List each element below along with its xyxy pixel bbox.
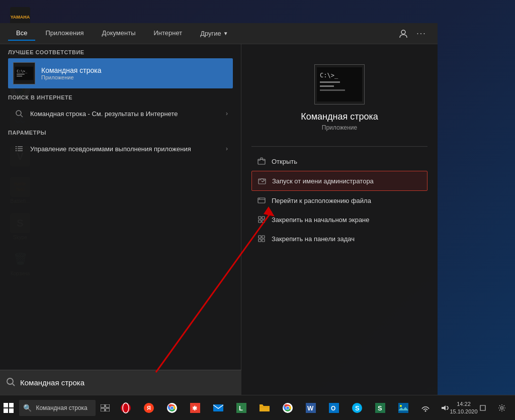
notification-icon[interactable] [474, 397, 492, 419]
svg-rect-30 [259, 239, 261, 242]
internet-section-header: Поиск в Интернете [8, 94, 233, 100]
best-match-header: Лучшее соответствие [8, 49, 233, 55]
search-bar-icon [6, 377, 15, 388]
action-pin-taskbar[interactable]: Закрепить на панели задач [251, 229, 427, 248]
start-menu: Все Приложения Документы Интернет Другие… [0, 23, 438, 395]
pin-start-icon [256, 215, 267, 225]
internet-search-item[interactable]: Командная строка - См. результаты в Инте… [8, 103, 233, 124]
svg-rect-43 [106, 408, 110, 411]
taskbar-app-opera[interactable] [115, 397, 137, 419]
svg-rect-19 [320, 85, 334, 87]
taskbar-app-yandex[interactable]: Я [138, 397, 160, 419]
taskbar-app-photos[interactable] [392, 397, 414, 419]
svg-text:W: W [307, 404, 314, 412]
app-preview: C:\>_ Командная строка Приложение [251, 54, 427, 141]
svg-rect-6 [17, 74, 25, 75]
svg-line-33 [13, 384, 15, 386]
svg-rect-10 [16, 146, 17, 147]
taskbar-app-chrome[interactable] [161, 397, 183, 419]
start-menu-tabs: Все Приложения Документы Интернет Другие… [0, 23, 438, 44]
settings-section-header: Параметры [8, 130, 233, 136]
start-menu-body: Лучшее соответствие C:\>_ Командная стр [0, 44, 438, 395]
svg-rect-28 [259, 236, 261, 238]
tab-apps[interactable]: Приложения [37, 26, 92, 41]
action-pin-start[interactable]: Закрепить на начальном экране [251, 210, 427, 229]
open-icon [256, 156, 267, 166]
svg-rect-14 [16, 150, 17, 151]
tab-other-dropdown[interactable]: Другие ▼ [192, 27, 236, 40]
search-bar[interactable]: Командная строка [0, 370, 241, 395]
svg-rect-7 [17, 76, 22, 77]
svg-rect-31 [262, 239, 265, 242]
taskbar-search-text: Командная строка [36, 404, 87, 411]
settings-list-icon [13, 143, 25, 155]
taskbar-app-outlook[interactable]: O [323, 397, 345, 419]
action-list: Открыть Запуск от имени администратора [251, 152, 427, 248]
tab-web[interactable]: Интернет [145, 26, 190, 41]
svg-point-44 [121, 403, 131, 413]
svg-point-32 [7, 378, 13, 384]
task-view-button[interactable] [98, 395, 113, 421]
svg-point-3 [401, 30, 405, 34]
taskbar-search-box[interactable]: 🔍 Командная строка [19, 400, 95, 416]
taskbar-app-misc2[interactable]: S [369, 397, 391, 419]
settings-icon[interactable] [493, 397, 511, 419]
best-match-item[interactable]: C:\>_ Командная строка Приложение [8, 58, 233, 88]
more-options-icon[interactable]: ··· [413, 26, 430, 42]
svg-text:✱: ✱ [192, 405, 197, 412]
taskbar-app-misc1[interactable]: ✱ [184, 397, 206, 419]
svg-point-50 [170, 406, 174, 409]
action-pin-start-label: Закрепить на начальном экране [272, 216, 370, 224]
taskbar-app-mail[interactable] [207, 397, 229, 419]
svg-rect-12 [16, 148, 17, 149]
settings-item-text: Управление псевдонимами выполнения прило… [30, 145, 226, 153]
svg-rect-18 [320, 81, 340, 83]
svg-point-69 [425, 410, 426, 411]
svg-text:L: L [239, 404, 243, 412]
taskbar-search-icon: 🔍 [19, 404, 36, 412]
pin-taskbar-icon [256, 234, 267, 244]
best-match-name: Командная строка [41, 66, 101, 74]
svg-rect-25 [262, 217, 265, 219]
svg-text:S: S [378, 404, 382, 412]
taskbar-app-chrome2[interactable] [277, 397, 299, 419]
start-button[interactable] [0, 395, 17, 421]
clock[interactable]: 14:22 15.10.2020 [455, 397, 473, 419]
action-open-location-label: Перейти к расположению файла [272, 197, 371, 204]
taskbar-apps: Я ✱ [113, 397, 416, 419]
svg-point-58 [286, 406, 289, 409]
app-preview-icon: C:\>_ [314, 64, 365, 104]
search-account-icon[interactable] [395, 26, 411, 42]
best-match-section: Лучшее соответствие C:\>_ Командная стр [0, 44, 241, 91]
action-open[interactable]: Открыть [251, 152, 427, 171]
action-pin-taskbar-label: Закрепить на панели задач [272, 235, 355, 243]
desktop: YAMAHA THR Re... 🎵 REAPER [0, 0, 515, 420]
svg-text:C:\>_: C:\>_ [17, 69, 28, 73]
action-open-location[interactable]: Перейти к расположению файла [251, 191, 427, 210]
cmd-icon-large: C:\>_ [13, 62, 35, 84]
tab-docs[interactable]: Документы [94, 26, 143, 41]
svg-line-9 [21, 115, 23, 117]
internet-item-text: Командная строка - См. результаты в Инте… [30, 110, 226, 118]
preview-app-type: Приложение [322, 124, 357, 131]
svg-rect-38 [4, 408, 8, 413]
taskbar: 🔍 Командная строка [0, 395, 515, 420]
svg-rect-27 [262, 220, 265, 223]
settings-aliases-item[interactable]: Управление псевдонимами выполнения прило… [8, 139, 233, 159]
svg-rect-26 [259, 220, 261, 223]
svg-rect-53 [213, 404, 223, 411]
internet-section: Поиск в Интернете Командная строка - См.… [0, 91, 241, 127]
taskbar-app-skype[interactable]: S [346, 397, 368, 419]
tab-all[interactable]: Все [8, 26, 35, 41]
taskbar-app-explorer[interactable] [253, 397, 276, 419]
action-run-as-admin[interactable]: Запуск от имени администратора [251, 171, 427, 191]
search-bar-text: Командная строка [20, 378, 84, 387]
svg-rect-36 [4, 403, 8, 407]
svg-text:O: O [331, 405, 335, 412]
settings-section: Параметры Управлени [0, 127, 241, 162]
best-match-type: Приложение [41, 74, 101, 80]
taskbar-app-l[interactable]: L [230, 397, 252, 419]
right-panel: C:\>_ Командная строка Приложение [241, 44, 438, 395]
taskbar-app-word[interactable]: W [300, 397, 322, 419]
network-icon[interactable] [416, 397, 435, 419]
